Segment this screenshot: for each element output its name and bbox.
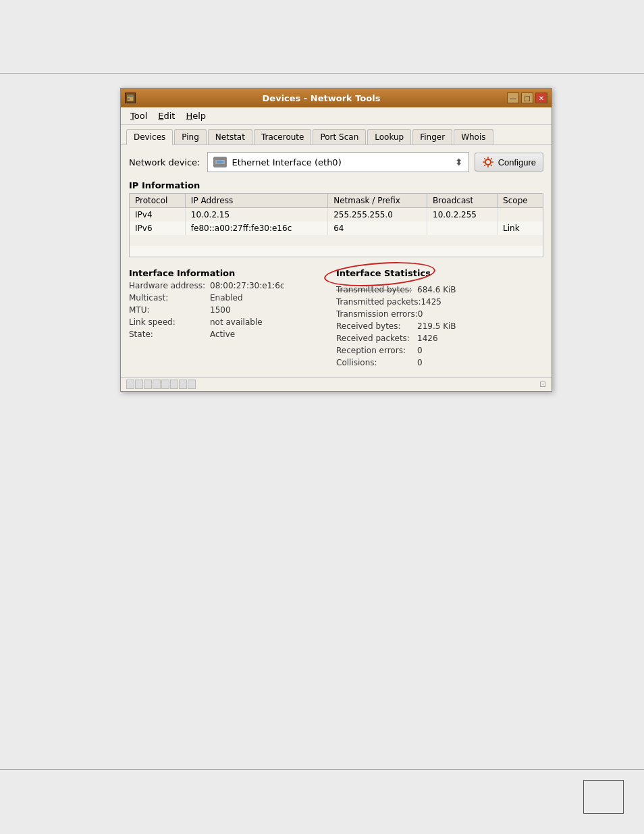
ip-row-ipv6: IPv6 fe80::a00:27ff:fe30:e16c 64 Link <box>130 221 543 235</box>
mtu-label: MTU: <box>129 305 210 315</box>
network-device-row: Network device: Ethernet Interface (eth0… <box>129 152 543 172</box>
ip-row-ipv4: IPv4 10.0.2.15 255.255.255.0 10.0.2.255 <box>130 208 543 222</box>
page-background: Devices - Network Tools — □ ✕ Tool Edit … <box>0 0 644 834</box>
col-netmask: Netmask / Prefix <box>328 194 427 208</box>
menu-tool-label: Tool <box>130 111 147 121</box>
stats-row-rx-errors: Reception errors: 0 <box>336 346 543 355</box>
svg-rect-1 <box>128 95 133 97</box>
configure-label: Configure <box>498 157 536 167</box>
link-speed-label: Link speed: <box>129 317 210 327</box>
ipv6-scope: Link <box>498 221 543 235</box>
window-controls: — □ ✕ <box>507 93 547 103</box>
col-ip-address: IP Address <box>185 194 327 208</box>
state-value: Active <box>210 330 235 339</box>
menu-tool[interactable]: Tool <box>126 109 151 122</box>
ipv6-broadcast <box>427 221 498 235</box>
scroll-seg-7 <box>179 380 187 389</box>
menubar: Tool Edit Help <box>121 107 552 125</box>
ip-row-empty-1 <box>130 235 543 246</box>
menu-help[interactable]: Help <box>182 109 210 122</box>
select-arrow-icon: ⬍ <box>455 157 463 167</box>
network-device-icon <box>213 157 227 167</box>
stats-row-rx-packets: Received packets: 1426 <box>336 334 543 343</box>
rx-errors-value: 0 <box>417 346 423 355</box>
tab-whois[interactable]: Whois <box>454 129 493 145</box>
menu-edit-label: Edit <box>158 111 175 121</box>
svg-point-6 <box>485 159 491 165</box>
bottom-sections: Interface Information Hardware address: … <box>129 268 543 370</box>
tab-netstat[interactable]: Netstat <box>208 129 252 145</box>
close-button[interactable]: ✕ <box>535 93 547 103</box>
ip-row-empty-2 <box>130 246 543 257</box>
svg-rect-5 <box>217 161 223 163</box>
stats-row-rx-bytes: Received bytes: 219.5 KiB <box>336 321 543 331</box>
scroll-seg-1 <box>126 380 134 389</box>
minimize-button[interactable]: — <box>507 93 519 103</box>
statusbar: ⊡ <box>121 377 552 391</box>
tabbar: Devices Ping Netstat Traceroute Port Sca… <box>121 125 552 145</box>
info-row-link-speed: Link speed: not available <box>129 317 336 327</box>
col-broadcast: Broadcast <box>427 194 498 208</box>
rx-bytes-value: 219.5 KiB <box>417 321 456 331</box>
collisions-value: 0 <box>417 358 423 367</box>
ip-table: Protocol IP Address Netmask / Prefix Bro… <box>130 194 543 257</box>
ip-info-title: IP Information <box>129 180 543 190</box>
stats-title-wrapper: Interface Statistics <box>336 268 431 281</box>
scroll-seg-8 <box>188 380 196 389</box>
scroll-seg-2 <box>135 380 143 389</box>
main-content: Network device: Ethernet Interface (eth0… <box>121 145 552 377</box>
interface-stats-title: Interface Statistics <box>336 268 431 278</box>
resize-grip[interactable]: ⊡ <box>539 380 546 389</box>
interface-info-title: Interface Information <box>129 268 336 278</box>
menu-help-label: Help <box>186 111 206 121</box>
ipv4-broadcast: 10.0.2.255 <box>427 208 498 222</box>
ipv4-scope <box>498 208 543 222</box>
hardware-label: Hardware address: <box>129 281 210 290</box>
network-device-label: Network device: <box>129 157 200 167</box>
tx-bytes-value: 684.6 KiB <box>417 285 456 294</box>
info-row-multicast: Multicast: Enabled <box>129 293 336 303</box>
application-window: Devices - Network Tools — □ ✕ Tool Edit … <box>120 88 552 392</box>
scroll-seg-6 <box>170 380 178 389</box>
configure-button[interactable]: Configure <box>475 153 543 172</box>
col-protocol: Protocol <box>130 194 185 208</box>
stats-row-tx-packets: Transmitted packets: 1425 <box>336 297 543 307</box>
svg-rect-2 <box>128 98 130 100</box>
tab-finger[interactable]: Finger <box>412 129 452 145</box>
tab-traceroute[interactable]: Traceroute <box>254 129 312 145</box>
ipv4-address: 10.0.2.15 <box>185 208 327 222</box>
scrollbar-placeholder[interactable] <box>126 380 196 389</box>
tx-packets-value: 1425 <box>421 297 441 307</box>
rx-bytes-label: Received bytes: <box>336 321 417 331</box>
scroll-seg-5 <box>161 380 169 389</box>
bottom-divider <box>0 769 644 770</box>
stats-row-tx-errors: Transmission errors: 0 <box>336 309 543 319</box>
tx-errors-value: 0 <box>418 309 423 319</box>
menu-edit[interactable]: Edit <box>154 109 179 122</box>
rx-errors-label: Reception errors: <box>336 346 417 355</box>
network-device-value: Ethernet Interface (eth0) <box>232 157 450 167</box>
info-row-hardware: Hardware address: 08:00:27:30:e1:6c <box>129 281 336 290</box>
tab-port-scan[interactable]: Port Scan <box>313 129 366 145</box>
window-title: Devices - Network Tools <box>136 93 507 103</box>
scroll-seg-3 <box>144 380 152 389</box>
ipv6-protocol: IPv6 <box>130 221 185 235</box>
maximize-button[interactable]: □ <box>521 93 533 103</box>
tab-devices[interactable]: Devices <box>126 129 173 145</box>
scroll-seg-4 <box>153 380 161 389</box>
tx-errors-label: Transmission errors: <box>336 309 418 319</box>
multicast-label: Multicast: <box>129 293 210 303</box>
rx-packets-value: 1426 <box>417 334 438 343</box>
ipv6-address: fe80::a00:27ff:fe30:e16c <box>185 221 327 235</box>
network-device-select[interactable]: Ethernet Interface (eth0) ⬍ <box>207 152 469 172</box>
info-row-mtu: MTU: 1500 <box>129 305 336 315</box>
col-scope: Scope <box>498 194 543 208</box>
interface-info-section: Interface Information Hardware address: … <box>129 268 336 370</box>
top-divider <box>0 73 644 74</box>
configure-icon <box>482 156 494 168</box>
ipv4-protocol: IPv4 <box>130 208 185 222</box>
rx-packets-label: Received packets: <box>336 334 417 343</box>
window-icon <box>125 93 136 103</box>
tab-ping[interactable]: Ping <box>174 129 207 145</box>
tab-lookup[interactable]: Lookup <box>367 129 411 145</box>
